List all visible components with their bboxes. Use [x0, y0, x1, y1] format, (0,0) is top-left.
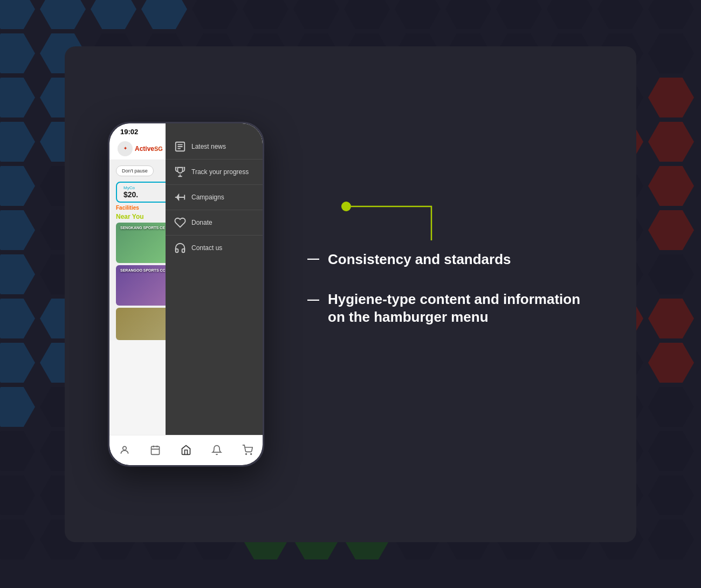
menu-item-latest-news[interactable]: Latest news	[166, 134, 263, 160]
right-content: — Consistency and standards — Hygiene-ty…	[264, 240, 593, 348]
home-icon	[181, 445, 191, 455]
app-name: Active	[135, 145, 154, 153]
hamburger-menu: Latest news Track your progress Campaign…	[166, 123, 263, 465]
bullet-dash-1: —	[307, 252, 319, 266]
headset-icon	[174, 242, 186, 254]
bullet-item-2: — Hygiene-type content and information o…	[307, 290, 593, 327]
status-time: 19:02	[120, 128, 138, 136]
svg-point-10	[250, 454, 251, 455]
person-icon	[119, 445, 130, 455]
menu-label-contact-us: Contact us	[191, 244, 222, 252]
bottom-navigation	[109, 435, 263, 465]
svg-point-9	[245, 454, 246, 455]
bullet-text-2: Hygiene-type content and information on …	[328, 290, 593, 327]
bullet-text-1: Consistency and standards	[328, 251, 511, 269]
cart-icon	[242, 445, 253, 455]
menu-label-campaigns: Campaigns	[191, 193, 224, 201]
venue-name-1: SENGKANG SPORTS CE	[120, 226, 165, 230]
menu-label-donate: Donate	[191, 219, 212, 226]
annotation-dot	[341, 202, 351, 211]
megaphone-icon	[174, 191, 186, 203]
nav-profile[interactable]	[117, 442, 132, 458]
main-container: 19:02 ▌▌▌ ◈ ▬ ✦ Active SG	[0, 0, 701, 588]
bullet-item-1: — Consistency and standards	[307, 251, 593, 269]
svg-point-4	[123, 446, 127, 450]
bell-icon	[211, 445, 222, 455]
app-name-suffix: SG	[154, 146, 163, 152]
heart-icon	[174, 217, 186, 229]
menu-item-donate[interactable]: Donate	[166, 210, 263, 236]
menu-label-latest-news: Latest news	[191, 143, 226, 150]
bullet-dash-2: —	[307, 293, 319, 307]
nav-home[interactable]	[178, 442, 194, 458]
menu-item-campaigns[interactable]: Campaigns	[166, 185, 263, 210]
nav-calendar[interactable]	[148, 442, 163, 458]
phone-screen: 19:02 ▌▌▌ ◈ ▬ ✦ Active SG	[109, 123, 263, 465]
trophy-icon	[174, 166, 186, 178]
dont-pause-button[interactable]: Don't pause	[116, 165, 154, 176]
svg-rect-5	[152, 446, 160, 454]
content-card: 19:02 ▌▌▌ ◈ ▬ ✦ Active SG	[65, 46, 636, 542]
nav-notifications[interactable]	[209, 442, 224, 458]
venue-name-2: SERANGOO SPORTS CC	[120, 268, 166, 273]
menu-label-track-progress: Track your progress	[191, 168, 249, 176]
newspaper-icon	[174, 141, 186, 153]
app-logo: ✦	[118, 141, 133, 156]
menu-item-track-progress[interactable]: Track your progress	[166, 160, 263, 185]
annotation-line	[351, 206, 431, 240]
nav-cart[interactable]	[240, 442, 255, 458]
menu-item-contact-us[interactable]: Contact us	[166, 236, 263, 260]
calendar-icon	[150, 445, 161, 455]
phone-mockup: 19:02 ▌▌▌ ◈ ▬ ✦ Active SG	[108, 122, 264, 467]
